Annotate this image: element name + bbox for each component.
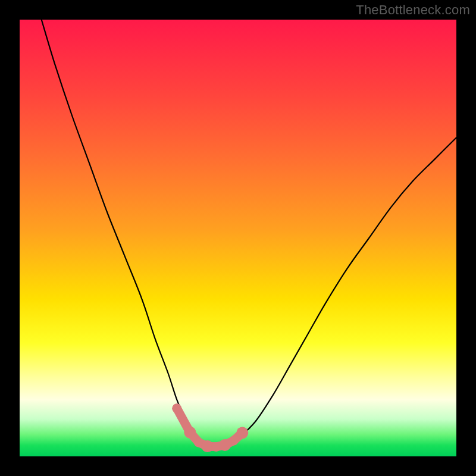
marker-dot [236, 427, 248, 439]
chart-frame: TheBottleneck.com [0, 0, 476, 476]
marker-band [177, 408, 242, 447]
marker-dot [172, 403, 181, 413]
marker-dot [219, 439, 231, 451]
bottleneck-curve [42, 20, 456, 448]
watermark-text: TheBottleneck.com [356, 2, 470, 18]
chart-svg [20, 20, 456, 456]
marker-dot [229, 436, 239, 446]
marker-dot [211, 442, 221, 452]
optimal-markers [172, 403, 248, 452]
marker-dot [184, 427, 196, 439]
marker-dot [202, 440, 214, 452]
marker-dot [194, 438, 203, 447]
plot-area [20, 20, 456, 456]
